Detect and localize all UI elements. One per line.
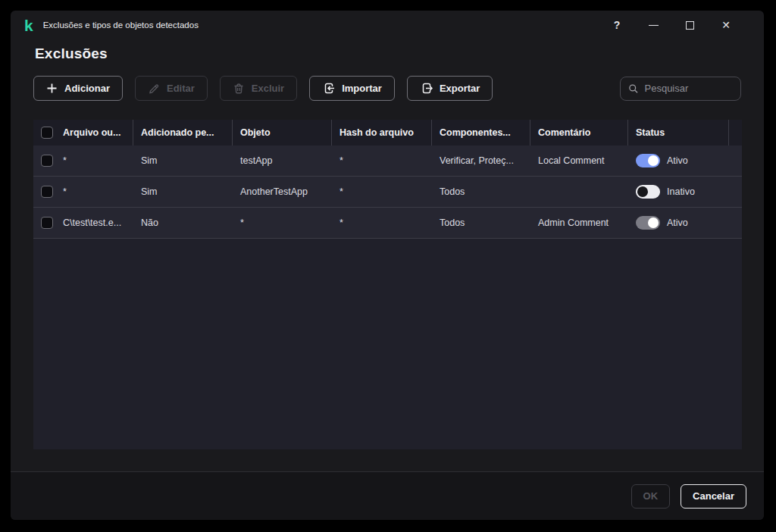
close-icon[interactable]: ✕ [708,14,744,36]
status-label: Ativo [667,217,688,228]
search-input[interactable] [645,83,734,94]
maximize-icon[interactable] [671,14,708,36]
export-button[interactable]: Exportar [407,76,493,101]
col-hash: Hash do arquivo [332,120,432,146]
col-comment: Comentário [530,120,628,146]
status-toggle[interactable] [636,185,660,199]
trash-icon [233,83,245,95]
toolbar: Adicionar Editar Excluir Importar Export… [33,76,741,101]
table-row[interactable]: C\test\test.e... Não * * Todos Admin Com… [33,208,742,239]
exclusions-table: Arquivo ou... Adicionado pe... Objeto Ha… [33,120,742,449]
table-row[interactable]: * Sim AnotherTestApp * Todos Inativo [33,177,742,208]
app-window: k Exclusões e tipos de objetos detectado… [11,11,764,520]
col-status: Status [628,120,729,146]
minimize-icon[interactable] [635,14,671,36]
window-title: Exclusões e tipos de objetos detectados [43,20,199,30]
delete-button[interactable]: Excluir [220,76,297,101]
ok-button[interactable]: OK [631,484,671,509]
col-components: Componentes... [432,120,530,146]
cancel-button[interactable]: Cancelar [681,484,746,509]
col-file: Arquivo ou... [63,127,120,138]
add-button[interactable]: Adicionar [33,76,123,101]
import-button[interactable]: Importar [309,76,395,101]
table-row[interactable]: * Sim testApp * Verificar, Proteç... Loc… [33,146,742,177]
plus-icon [46,83,58,94]
kaspersky-logo-icon: k [24,17,33,33]
pencil-icon [148,83,160,95]
footer-bar: OK Cancelar [11,471,764,520]
page-title: Exclusões [35,45,108,62]
status-label: Inativo [667,186,695,197]
export-icon [420,82,433,95]
select-all-checkbox[interactable] [41,127,53,139]
col-extra [729,120,743,146]
row-checkbox[interactable] [41,217,53,229]
status-label: Ativo [667,155,688,166]
window-controls: ? ✕ [599,14,744,36]
col-added-by: Adicionado pe... [133,120,233,146]
row-checkbox[interactable] [41,186,53,198]
status-toggle[interactable] [636,154,660,167]
edit-button[interactable]: Editar [135,76,208,101]
search-icon [628,83,639,95]
status-toggle[interactable] [636,216,660,230]
table-empty-area [33,239,742,449]
help-icon[interactable]: ? [599,14,635,36]
row-checkbox[interactable] [41,155,53,167]
table-header: Arquivo ou... Adicionado pe... Objeto Ha… [33,120,742,146]
title-bar: k Exclusões e tipos de objetos detectado… [11,11,764,39]
import-icon [322,82,335,95]
search-box[interactable] [620,77,741,101]
col-object: Objeto [233,120,332,146]
